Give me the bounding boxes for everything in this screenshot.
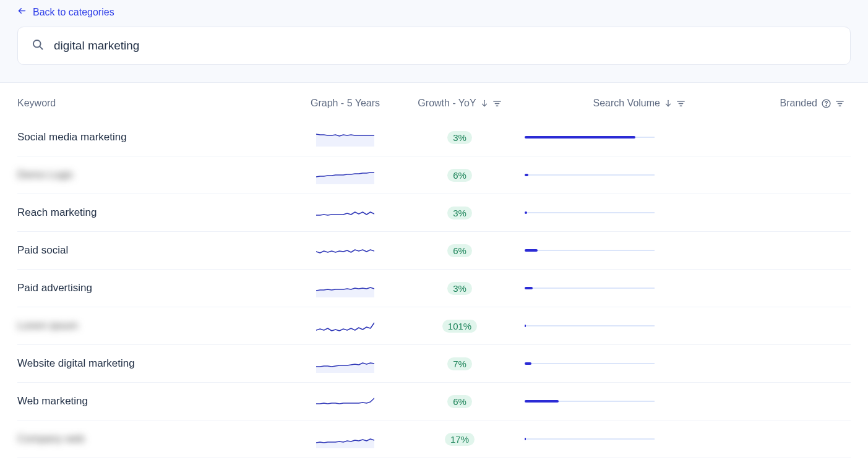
volume-bar — [525, 174, 655, 176]
svg-point-12 — [826, 105, 827, 106]
growth-badge: 6% — [447, 395, 472, 408]
trend-sparkline — [296, 317, 395, 335]
table-row[interactable]: Demo Logic6% — [17, 156, 851, 194]
results-table: Keyword Graph - 5 Years Growth - YoY Sea… — [0, 83, 868, 458]
volume-bar-fill — [525, 249, 538, 252]
keyword-cell: Website digital marketing — [17, 357, 296, 370]
column-graph[interactable]: Graph - 5 Years — [296, 98, 395, 109]
growth-badge: 6% — [447, 169, 472, 182]
filter-icon[interactable] — [835, 99, 844, 108]
growth-badge: 6% — [447, 244, 472, 257]
filter-icon[interactable] — [676, 99, 685, 108]
column-growth-label: Growth - YoY — [418, 98, 476, 109]
back-link-label: Back to categories — [33, 7, 114, 18]
search-input[interactable] — [54, 39, 836, 53]
keyword-cell: Paid advertising — [17, 282, 296, 294]
volume-bar — [525, 438, 655, 440]
trend-sparkline — [296, 203, 395, 222]
trend-sparkline — [296, 430, 395, 448]
table-row[interactable]: Web marketing6% — [17, 383, 851, 420]
table-row[interactable]: Website digital marketing7% — [17, 345, 851, 383]
growth-badge: 7% — [447, 357, 472, 370]
growth-cell: 101% — [395, 320, 525, 333]
volume-cell — [525, 363, 704, 364]
volume-bar — [525, 250, 655, 251]
volume-bar — [525, 288, 655, 289]
column-graph-label: Graph - 5 Years — [311, 98, 380, 109]
growth-cell: 3% — [395, 207, 525, 219]
volume-bar-fill — [525, 136, 635, 138]
trend-sparkline — [296, 354, 395, 373]
search-icon — [32, 38, 44, 53]
volume-bar-fill — [525, 174, 528, 176]
growth-cell: 6% — [395, 169, 525, 182]
help-icon[interactable] — [821, 98, 831, 109]
growth-badge: 3% — [447, 207, 472, 219]
volume-cell — [525, 325, 704, 326]
column-volume[interactable]: Search Volume — [525, 98, 704, 109]
filter-icon[interactable] — [492, 99, 502, 108]
volume-cell — [525, 401, 704, 402]
volume-cell — [525, 438, 704, 440]
growth-cell: 6% — [395, 395, 525, 408]
volume-bar-fill — [525, 438, 526, 440]
trend-sparkline — [296, 279, 395, 297]
arrow-left-icon — [17, 6, 27, 18]
growth-badge: 17% — [445, 433, 475, 446]
trend-sparkline — [296, 241, 395, 260]
header-section: Back to categories — [0, 0, 868, 83]
column-keyword-label: Keyword — [17, 98, 56, 109]
growth-cell: 7% — [395, 357, 525, 370]
growth-badge: 3% — [447, 131, 472, 144]
arrow-down-icon — [664, 99, 672, 108]
volume-cell — [525, 250, 704, 251]
trend-sparkline — [296, 392, 395, 411]
growth-cell: 17% — [395, 433, 525, 446]
table-row[interactable]: Lorem ipsum101% — [17, 307, 851, 345]
arrow-down-icon — [480, 99, 489, 108]
volume-bar — [525, 401, 655, 402]
volume-cell — [525, 137, 704, 138]
volume-bar-fill — [525, 287, 533, 289]
volume-bar-fill — [525, 362, 531, 365]
volume-bar-fill — [525, 400, 559, 403]
column-branded-label: Branded — [780, 98, 818, 109]
volume-bar — [525, 212, 655, 213]
growth-cell: 3% — [395, 131, 525, 144]
keyword-cell: Web marketing — [17, 395, 296, 407]
growth-cell: 6% — [395, 244, 525, 257]
search-bar[interactable] — [17, 27, 851, 65]
keyword-cell: Social media marketing — [17, 131, 296, 143]
growth-badge: 3% — [447, 282, 472, 295]
volume-bar-fill — [525, 211, 527, 214]
table-row[interactable]: Social media marketing3% — [17, 119, 851, 156]
keyword-cell: Lorem ipsum — [17, 320, 296, 332]
table-body: Social media marketing3%Demo Logic6%Reac… — [17, 119, 851, 458]
table-row[interactable]: Paid advertising3% — [17, 270, 851, 307]
growth-badge: 101% — [442, 320, 477, 333]
table-row[interactable]: Paid social6% — [17, 232, 851, 270]
keyword-cell: Reach marketing — [17, 207, 296, 219]
volume-bar — [525, 363, 655, 364]
table-header: Keyword Graph - 5 Years Growth - YoY Sea… — [17, 83, 851, 119]
volume-cell — [525, 288, 704, 289]
column-branded[interactable]: Branded — [704, 98, 851, 109]
keyword-cell: Company web — [17, 433, 296, 445]
volume-bar — [525, 325, 655, 326]
table-row[interactable]: Company web17% — [17, 420, 851, 458]
keyword-cell: Demo Logic — [17, 169, 296, 181]
trend-sparkline — [296, 128, 395, 147]
volume-bar-fill — [525, 325, 526, 327]
table-row[interactable]: Reach marketing3% — [17, 194, 851, 232]
svg-line-2 — [40, 46, 42, 49]
column-growth[interactable]: Growth - YoY — [395, 98, 525, 109]
volume-bar — [525, 137, 655, 138]
column-volume-label: Search Volume — [593, 98, 660, 109]
volume-cell — [525, 212, 704, 213]
column-keyword[interactable]: Keyword — [17, 98, 296, 109]
back-to-categories-link[interactable]: Back to categories — [17, 0, 114, 27]
volume-cell — [525, 174, 704, 176]
growth-cell: 3% — [395, 282, 525, 295]
keyword-cell: Paid social — [17, 244, 296, 257]
trend-sparkline — [296, 166, 395, 184]
